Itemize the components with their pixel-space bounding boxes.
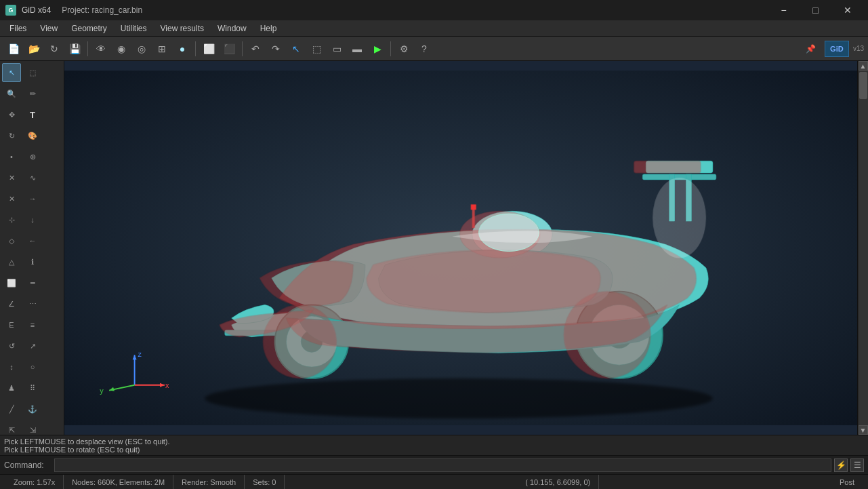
minimize-button[interactable]: − — [768, 0, 799, 20]
menu-geometry[interactable]: Geometry — [64, 22, 114, 35]
menu-viewresults[interactable]: View results — [154, 22, 211, 35]
lt-chess[interactable]: ♟ — [2, 378, 21, 397]
close-button[interactable]: ✕ — [832, 0, 863, 20]
cmd-list-button[interactable]: ☰ — [850, 458, 864, 472]
titlebar-title: GiD x64 — [22, 5, 51, 15]
rect2-button[interactable]: ▬ — [348, 39, 367, 58]
svg-rect-16 — [634, 161, 701, 173]
rotate-ccw-button[interactable]: ↶ — [246, 39, 265, 58]
lt-cross2[interactable]: ✕ — [2, 189, 21, 208]
gid-logo: GiD — [825, 41, 849, 57]
new-button[interactable]: 📄 — [4, 39, 23, 58]
car-viewport: z x y — [64, 61, 857, 435]
lt-select-box[interactable]: ⬚ — [23, 63, 42, 82]
view-shaded-button[interactable]: ◉ — [112, 39, 131, 58]
toolbar-sep1 — [87, 41, 88, 56]
status-nodes: Nodes: 660K, Elements: 2M — [64, 475, 173, 489]
svg-rect-21 — [471, 204, 476, 210]
lt-line-tool[interactable]: ╱ — [2, 399, 21, 418]
lt-axes-btn[interactable]: ⊹ — [2, 210, 21, 229]
lt-square[interactable]: ⬜ — [2, 273, 21, 292]
svg-point-2 — [205, 378, 713, 418]
menu-window[interactable]: Window — [211, 22, 253, 35]
command-line1: Pick LEFTMOUSE to desplace view (ESC to … — [4, 437, 864, 446]
scroll-track[interactable] — [859, 71, 868, 425]
view-grid-button[interactable]: ⊞ — [152, 39, 171, 58]
menu-help[interactable]: Help — [253, 22, 284, 35]
lt-pencil[interactable]: ✏ — [23, 84, 42, 103]
main-toolbar: 📄 📂 ↻ 💾 👁 ◉ ◎ ⊞ ● ⬜ ⬛ ↶ ↷ ↖ ⬚ ▭ ▬ ▶ ⚙ ? … — [0, 37, 868, 61]
statusbar: Zoom: 1.57x Nodes: 660K, Elements: 2M Re… — [0, 474, 868, 489]
select-box-button[interactable]: ⬚ — [307, 39, 326, 58]
lt-angle[interactable]: ∠ — [2, 294, 21, 313]
lt-measure[interactable]: ↕ — [2, 357, 21, 376]
lt-braille[interactable]: ⠿ — [23, 378, 42, 397]
lt-dots[interactable]: ⋯ — [23, 294, 42, 313]
lt-label-e[interactable]: E — [2, 315, 21, 334]
reload-button[interactable]: ↻ — [45, 39, 64, 58]
3d-viewport[interactable]: z x y — [64, 61, 857, 435]
command-input-bar: Command: ⚡ ☰ — [0, 455, 868, 474]
lt-expand2[interactable]: ⇲ — [23, 420, 42, 435]
titlebar: G GiD x64 Project: racing_car.bin − □ ✕ — [0, 0, 868, 20]
view-wire-button[interactable]: ◎ — [132, 39, 151, 58]
titlebar-project: Project: racing_car.bin — [62, 5, 142, 15]
lt-anchor[interactable]: ⚓ — [23, 399, 42, 418]
lt-refresh[interactable]: ↺ — [2, 336, 21, 355]
view-normal-button[interactable]: 👁 — [91, 39, 110, 58]
frame-half-button[interactable]: ⬛ — [220, 39, 239, 58]
lt-lines[interactable]: ≡ — [23, 315, 42, 334]
help-button[interactable]: ? — [415, 39, 434, 58]
lt-arrow-down[interactable]: ↓ — [23, 210, 42, 229]
cmd-lightning-button[interactable]: ⚡ — [834, 458, 848, 472]
lt-zoom[interactable]: 🔍 — [2, 84, 21, 103]
maximize-button[interactable]: □ — [800, 0, 831, 20]
command-area: Pick LEFTMOUSE to desplace view (ESC to … — [0, 435, 868, 455]
lt-wave[interactable]: ∿ — [23, 168, 42, 187]
lt-ruler[interactable]: ━ — [23, 273, 42, 292]
lt-diamond[interactable]: ◇ — [2, 231, 21, 250]
gear-button[interactable]: ⚙ — [394, 39, 413, 58]
status-render: Render: Smooth — [173, 475, 245, 489]
svg-text:y: y — [100, 387, 104, 395]
open-button[interactable]: 📂 — [24, 39, 43, 58]
select-button[interactable]: ↖ — [287, 39, 306, 58]
save-button[interactable]: 💾 — [65, 39, 84, 58]
svg-text:z: z — [138, 350, 142, 358]
command-line2: Pick LEFTMOUSE to rotate (ESC to quit) — [4, 446, 864, 454]
lt-node[interactable]: • — [2, 147, 21, 166]
toolbar-sep2 — [195, 41, 196, 56]
menu-utilities[interactable]: Utilities — [114, 22, 154, 35]
lt-arrow[interactable]: ↖ — [2, 63, 21, 82]
view-sphere-button[interactable]: ● — [173, 39, 192, 58]
lt-arrow3[interactable]: ↗ — [23, 336, 42, 355]
menu-view[interactable]: View — [33, 22, 64, 35]
lt-circle2[interactable]: ○ — [23, 357, 42, 376]
lt-move[interactable]: ✥ — [2, 105, 21, 124]
status-zoom: Zoom: 1.57x — [5, 475, 64, 489]
rect-button[interactable]: ▭ — [327, 39, 346, 58]
lt-expand[interactable]: ⇱ — [2, 420, 21, 435]
command-input[interactable] — [54, 458, 831, 472]
lt-info[interactable]: ℹ — [23, 252, 42, 271]
menu-files[interactable]: Files — [3, 22, 33, 35]
scroll-up-button[interactable]: ▲ — [859, 61, 868, 71]
command-label: Command: — [4, 461, 51, 470]
scroll-down-button[interactable]: ▼ — [859, 425, 868, 435]
lt-xscale[interactable]: ✕ — [2, 168, 21, 187]
lt-arrow-left[interactable]: ← — [23, 231, 42, 250]
lt-link[interactable]: ⊕ — [23, 147, 42, 166]
toolbar-sep3 — [242, 41, 243, 56]
play-button[interactable]: ▶ — [368, 39, 387, 58]
rotate-cw-button[interactable]: ↷ — [266, 39, 285, 58]
pin-button[interactable]: 📌 — [802, 39, 821, 58]
lt-triangle[interactable]: △ — [2, 252, 21, 271]
lt-paint[interactable]: 🎨 — [23, 126, 42, 145]
lt-arrow-right[interactable]: → — [23, 189, 42, 208]
menubar: Files View Geometry Utilities View resul… — [0, 20, 868, 37]
lt-rotate[interactable]: ↻ — [2, 126, 21, 145]
lt-text[interactable]: T — [23, 105, 42, 124]
app-icon: G — [5, 5, 16, 16]
status-sets: Sets: 0 — [245, 475, 285, 489]
frame-full-button[interactable]: ⬜ — [199, 39, 218, 58]
